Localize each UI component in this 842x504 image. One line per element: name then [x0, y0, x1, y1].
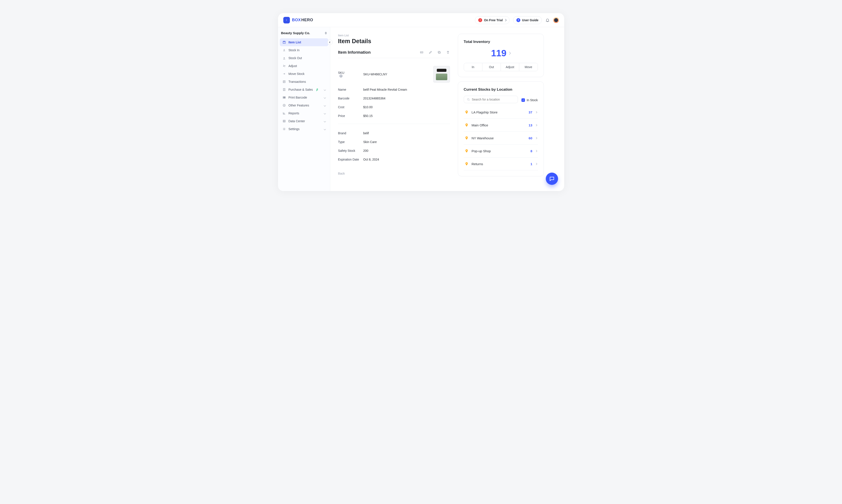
- pin-icon: [465, 110, 468, 114]
- nav-label: Stock Out: [289, 56, 302, 60]
- move-button[interactable]: Move: [519, 63, 537, 71]
- location-row[interactable]: Main Office 13: [464, 119, 538, 132]
- item-thumbnail[interactable]: [433, 66, 450, 83]
- alert-icon: !: [478, 18, 482, 22]
- logo-box: BOX: [292, 18, 301, 22]
- sidebar: Beauty Supply Co. Item List Stock In Sto…: [278, 27, 330, 191]
- stocks-by-location-card: Current Stocks by Location In Stock LA F…: [458, 82, 544, 176]
- value: SKU-WH66CLNY: [363, 72, 388, 76]
- sidebar-item-item-list[interactable]: Item List: [280, 38, 328, 46]
- instock-filter[interactable]: In Stock: [521, 98, 538, 102]
- nav-label: Stock In: [289, 49, 300, 52]
- section-title: Item Information: [338, 50, 371, 55]
- copy-button[interactable]: [437, 50, 441, 54]
- sidebar-item-stock-out[interactable]: Stock Out: [280, 54, 328, 62]
- receipt-icon: [282, 88, 286, 91]
- chevron-right-icon: [535, 124, 537, 126]
- card-title: Current Stocks by Location: [464, 87, 538, 92]
- value: belif Peat Miracle Revital Cream: [363, 88, 407, 91]
- sidebar-item-settings[interactable]: Settings: [280, 125, 328, 133]
- chevron-down-icon: [324, 128, 326, 130]
- delete-button[interactable]: [446, 50, 450, 54]
- chevron-right-icon: [535, 111, 537, 113]
- chevron-right-icon: [535, 163, 537, 165]
- sidebar-item-transactions[interactable]: Transactions: [280, 78, 328, 86]
- guide-pill[interactable]: ? User Guide: [513, 16, 542, 24]
- location-search[interactable]: [464, 96, 518, 103]
- sidebar-item-data-center[interactable]: Data Center: [280, 117, 328, 125]
- svg-point-7: [466, 124, 467, 125]
- avatar[interactable]: [553, 17, 559, 23]
- topbar-right: ! On Free Trial ? User Guide: [475, 16, 559, 24]
- inventory-actions: In Out Adjust Move: [464, 63, 538, 71]
- sidebar-item-print-barcode[interactable]: Print Barcode: [280, 93, 328, 102]
- label: Price: [338, 114, 363, 118]
- sidebar-item-purchase-sales[interactable]: Purchase & Sales β: [280, 86, 328, 93]
- gear-icon: [282, 127, 286, 131]
- location-row[interactable]: LA Flagship Store 37: [464, 106, 538, 119]
- location-search-input[interactable]: [472, 98, 515, 101]
- location-name: NY Warehouse: [472, 136, 494, 140]
- chevron-right-icon: [535, 150, 537, 152]
- location-row[interactable]: Pop-up Shop 8: [464, 145, 538, 158]
- divider: [338, 124, 450, 124]
- location-qty: 60: [529, 136, 532, 140]
- logo-text: BOXHERO: [292, 18, 313, 22]
- field-price: Price $50.15: [338, 111, 450, 120]
- list-icon: [282, 80, 286, 84]
- nav-label: Item List: [289, 40, 301, 44]
- bell-icon[interactable]: [545, 18, 550, 22]
- item-details: Item List Item Details Item Information …: [338, 34, 450, 184]
- trial-pill[interactable]: ! On Free Trial: [475, 16, 510, 24]
- sidebar-collapse[interactable]: [327, 40, 333, 45]
- beta-badge: β: [316, 88, 318, 91]
- nav-label: Move Stock: [289, 72, 305, 76]
- adjust-button[interactable]: Adjust: [501, 63, 519, 71]
- breadcrumb[interactable]: Item List: [338, 34, 450, 37]
- inventory-qty[interactable]: 119: [464, 48, 538, 58]
- label: Type: [338, 140, 363, 144]
- field-name: Name belif Peat Miracle Revital Cream: [338, 85, 450, 94]
- guide-label: User Guide: [522, 18, 538, 22]
- help-icon[interactable]: ?: [340, 74, 343, 77]
- nav-label: Purchase & Sales: [289, 88, 313, 91]
- fields-group-2: Brand belif Type Skin Care Safety Stock …: [338, 125, 450, 164]
- sidebar-item-stock-in[interactable]: Stock In: [280, 46, 328, 54]
- nav-label: Transactions: [289, 80, 306, 84]
- logo[interactable]: BOXHERO: [283, 17, 313, 23]
- nav-label: Data Center: [289, 119, 305, 123]
- pin-icon: [465, 161, 468, 166]
- label: SKU?: [338, 71, 363, 77]
- workspace-switcher[interactable]: Beauty Supply Co.: [278, 27, 330, 37]
- out-button[interactable]: Out: [482, 63, 501, 71]
- location-list: LA Flagship Store 37 Main Office 13 NY W…: [464, 106, 538, 170]
- logo-icon: [283, 17, 290, 23]
- sidebar-item-adjust[interactable]: Adjust: [280, 62, 328, 70]
- in-button[interactable]: In: [464, 63, 482, 71]
- section-head: Item Information: [338, 50, 450, 58]
- card-title: Total Inventory: [464, 40, 538, 44]
- location-row[interactable]: Returns 1: [464, 158, 538, 170]
- sidebar-item-other-features[interactable]: Other Features: [280, 102, 328, 109]
- location-qty: 37: [529, 110, 532, 114]
- pin-icon: [465, 136, 468, 140]
- trial-label: On Free Trial: [484, 18, 503, 22]
- barcode-button[interactable]: [420, 50, 424, 54]
- swap-icon: [282, 64, 286, 68]
- page-title: Item Details: [338, 38, 450, 45]
- box-icon: [282, 40, 286, 44]
- search-icon: [467, 98, 470, 101]
- field-barcode: Barcode 2013244865364: [338, 94, 450, 103]
- edit-button[interactable]: [428, 50, 432, 54]
- sidebar-item-reports[interactable]: Reports: [280, 109, 328, 117]
- chat-fab[interactable]: [546, 173, 558, 185]
- field-safety: Safety Stock 200: [338, 146, 450, 155]
- upload-icon: [282, 56, 286, 60]
- back-link[interactable]: Back: [338, 172, 450, 175]
- location-row[interactable]: NY Warehouse 60: [464, 132, 538, 145]
- sidebar-item-move-stock[interactable]: Move Stock: [280, 70, 328, 78]
- pin-icon: [465, 123, 468, 127]
- chevron-right-icon: [504, 19, 506, 21]
- svg-point-9: [466, 150, 467, 151]
- chevron-down-icon: [324, 96, 326, 98]
